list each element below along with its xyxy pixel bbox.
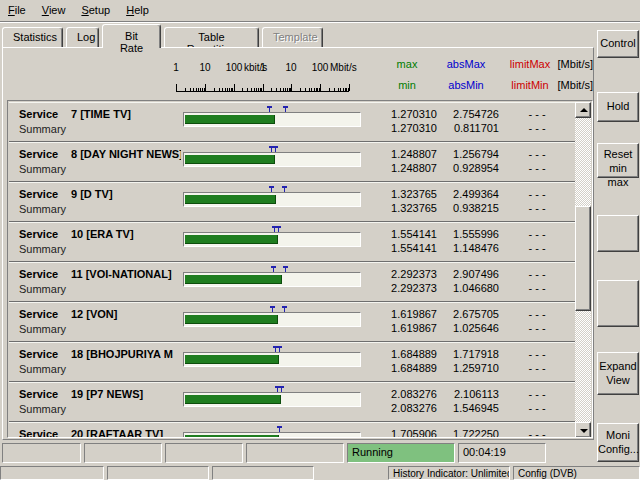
value-max: 2.083276 bbox=[377, 388, 437, 400]
moni-label-2: Config... bbox=[598, 442, 638, 456]
chart-header: 110100kbit/s110100Mbit/s max min absMax … bbox=[3, 48, 593, 100]
value-absmin: 1.025646 bbox=[439, 322, 499, 334]
absmax-marker bbox=[277, 426, 282, 432]
control-button[interactable]: Control bbox=[597, 30, 639, 58]
value-max: 1.248807 bbox=[377, 148, 437, 160]
service-row[interactable]: Service19 [P7 NEWS] Summary 2.083276 2.1… bbox=[9, 382, 575, 422]
service-name: Service8 [DAY NIGHT NEWS] bbox=[19, 148, 181, 161]
service-summary-label: Summary bbox=[19, 403, 66, 415]
value-min: 2.083276 bbox=[377, 402, 437, 414]
service-name: Service20 [RAFTAAR TV] bbox=[19, 428, 181, 438]
service-row[interactable]: Service10 [ERA TV] Summary 1.554141 1.55… bbox=[9, 222, 575, 262]
value-absmax: 1.717918 bbox=[439, 348, 499, 360]
absmax-marker bbox=[283, 106, 288, 112]
expand-label-1: Expand bbox=[598, 359, 638, 373]
status2-cell-empty-2 bbox=[107, 466, 209, 480]
service-name: Service18 [BHOJPURIYA M bbox=[19, 348, 181, 361]
value-limitmin: - - - bbox=[509, 282, 565, 294]
menu-help[interactable]: Help bbox=[118, 1, 157, 20]
value-limitmax: - - - bbox=[509, 268, 565, 280]
service-list: Service7 [TIME TV] Summary 1.270310 2.75… bbox=[7, 100, 593, 438]
value-absmin: 1.259710 bbox=[439, 362, 499, 374]
value-limitmax: - - - bbox=[509, 108, 565, 120]
service-row[interactable]: Service11 [VOI-NATIONAL] Summary 2.29237… bbox=[9, 262, 575, 302]
menu-setup[interactable]: Setup bbox=[73, 1, 118, 20]
tab-bit-rate[interactable]: Bit Rate bbox=[102, 24, 161, 48]
value-absmax: 2.499364 bbox=[439, 188, 499, 200]
elapsed-time: 00:04:19 bbox=[458, 443, 546, 463]
value-limitmin: - - - bbox=[509, 122, 565, 134]
service-summary-label: Summary bbox=[19, 163, 66, 175]
absmax-marker bbox=[283, 266, 288, 272]
value-max: 1.619867 bbox=[377, 308, 437, 320]
value-max: 1.554141 bbox=[377, 228, 437, 240]
service-name: Service19 [P7 NEWS] bbox=[19, 388, 181, 401]
col-header-absmax: absMax bbox=[438, 58, 494, 70]
value-limitmax: - - - bbox=[509, 148, 565, 160]
tab-statistics[interactable]: Statistics bbox=[2, 27, 63, 48]
scale-tick-label: 1 bbox=[260, 62, 266, 73]
value-absmax: 1.256794 bbox=[439, 148, 499, 160]
value-limitmin: - - - bbox=[509, 242, 565, 254]
blank-button-2[interactable] bbox=[597, 280, 639, 327]
value-min: 1.619867 bbox=[377, 322, 437, 334]
absmax-marker bbox=[276, 226, 281, 232]
absmax-marker bbox=[273, 146, 278, 152]
service-name: Service12 [VON] bbox=[19, 308, 181, 321]
bitrate-bar bbox=[185, 155, 275, 164]
service-row[interactable]: Service8 [DAY NIGHT NEWS] Summary 1.2488… bbox=[9, 142, 575, 182]
menu-view[interactable]: View bbox=[34, 1, 74, 20]
bitrate-bar bbox=[185, 435, 279, 438]
scale-tick-label: 100 bbox=[226, 62, 243, 73]
col-header-max: max bbox=[379, 58, 435, 70]
tab-template[interactable]: Template bbox=[262, 27, 323, 48]
vertical-scrollbar[interactable] bbox=[575, 102, 591, 438]
status-cell-empty-4 bbox=[246, 443, 344, 463]
service-summary-label: Summary bbox=[19, 243, 66, 255]
arrow-down-icon bbox=[580, 429, 588, 433]
status-bar-top: Running 00:04:19 bbox=[0, 442, 586, 465]
value-limitmin: - - - bbox=[509, 202, 565, 214]
status-cell-empty-1 bbox=[2, 443, 81, 463]
hold-button[interactable]: Hold bbox=[597, 92, 639, 122]
value-limitmax: - - - bbox=[509, 348, 565, 360]
service-summary-label: Summary bbox=[19, 283, 66, 295]
scale-tick-label: 10 bbox=[199, 62, 210, 73]
value-min: 1.323765 bbox=[377, 202, 437, 214]
scrollbar-thumb[interactable] bbox=[575, 206, 591, 311]
service-summary-label: Summary bbox=[19, 363, 66, 375]
reset-minmax-button[interactable]: Reset min max bbox=[597, 143, 639, 178]
unit-label-max: [Mbit/s] bbox=[543, 58, 593, 70]
absmax-marker bbox=[277, 346, 282, 352]
moni-config-button[interactable]: Moni Config... bbox=[597, 423, 639, 462]
value-limitmin: - - - bbox=[509, 322, 565, 334]
tab-log[interactable]: Log bbox=[66, 27, 99, 48]
reset-label-2: min max bbox=[598, 161, 638, 189]
blank-button-1[interactable] bbox=[597, 215, 639, 252]
value-limitmin: - - - bbox=[509, 402, 565, 414]
status-bar-bottom: History Indicator: Unlimited Config (DVB… bbox=[0, 466, 640, 480]
absmax-marker bbox=[282, 306, 287, 312]
value-max: 1.705906 bbox=[377, 428, 437, 438]
scale-tick-label: 100 bbox=[312, 62, 329, 73]
scale-tick-label: 10 bbox=[285, 62, 296, 73]
value-max: 1.270310 bbox=[377, 108, 437, 120]
status2-cell-empty-1 bbox=[0, 466, 104, 480]
status-cell-empty-3 bbox=[165, 443, 243, 463]
value-min: 1.684889 bbox=[377, 362, 437, 374]
menu-file[interactable]: File bbox=[0, 1, 34, 20]
service-row[interactable]: Service18 [BHOJPURIYA M Summary 1.684889… bbox=[9, 342, 575, 382]
scroll-up-button[interactable] bbox=[575, 102, 591, 118]
service-row[interactable]: Service12 [VON] Summary 1.619867 2.67570… bbox=[9, 302, 575, 342]
scroll-down-button[interactable] bbox=[575, 422, 591, 438]
moni-label-1: Moni bbox=[598, 428, 638, 442]
tab-table-repetition[interactable]: Table Repetition bbox=[164, 27, 259, 48]
value-min: 1.270310 bbox=[377, 122, 437, 134]
value-absmin: 1.546945 bbox=[439, 402, 499, 414]
service-row[interactable]: Service20 [RAFTAAR TV] Summary 1.705906 … bbox=[9, 422, 575, 438]
bitrate-bar bbox=[185, 235, 278, 244]
absmin-marker bbox=[269, 186, 274, 192]
service-row[interactable]: Service7 [TIME TV] Summary 1.270310 2.75… bbox=[9, 102, 575, 142]
service-row[interactable]: Service9 [D TV] Summary 1.323765 2.49936… bbox=[9, 182, 575, 222]
expand-view-button[interactable]: Expand View bbox=[597, 352, 639, 395]
